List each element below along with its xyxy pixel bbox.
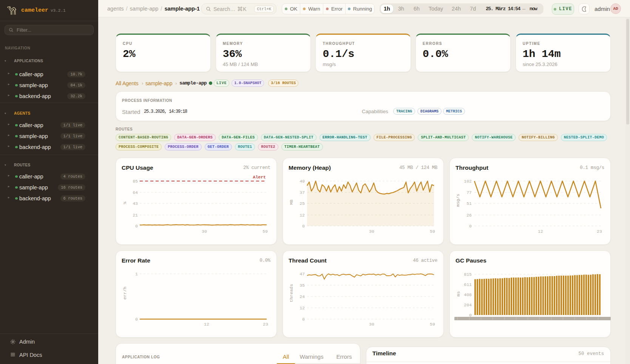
svg-text:35: 35 [300,283,305,288]
svg-text:77: 77 [466,190,472,195]
svg-text:12: 12 [538,229,543,234]
svg-text:12: 12 [300,306,305,310]
svg-text:24: 24 [300,294,305,299]
svg-text:815: 815 [464,272,472,277]
svg-text:msg/s: msg/s [456,194,460,207]
svg-text:85: 85 [133,179,138,184]
svg-text:37: 37 [300,190,305,195]
svg-text:59: 59 [430,322,435,327]
svg-text:threads: threads [289,284,294,302]
svg-text:204: 204 [464,303,472,307]
svg-text:59: 59 [262,229,268,234]
svg-text:12: 12 [300,213,305,218]
svg-text:21: 21 [133,213,138,218]
svg-text:1: 1 [135,272,138,276]
svg-text:0: 0 [302,317,305,322]
svg-text:0: 0 [135,224,138,229]
svg-text:25: 25 [300,201,305,206]
svg-text:ms: ms [456,291,461,296]
svg-text:408: 408 [464,292,472,297]
svg-text:43: 43 [133,201,138,206]
svg-text:51: 51 [466,201,472,206]
svg-text:30: 30 [369,322,374,327]
svg-text:0: 0 [135,317,138,322]
svg-text:30: 30 [369,229,374,234]
svg-text:Alert: Alert [253,175,266,180]
svg-text:26: 26 [466,213,472,218]
svg-text:102: 102 [464,179,472,184]
svg-text:12: 12 [204,322,209,327]
svg-text:64: 64 [133,190,138,195]
svg-text:MB: MB [289,200,294,205]
svg-text:err/h: err/h [122,287,127,300]
svg-text:611: 611 [464,282,472,287]
svg-text:30: 30 [202,229,207,234]
svg-text:23: 23 [263,322,268,327]
svg-text:%: % [122,201,127,204]
svg-text:0: 0 [302,224,305,229]
svg-text:0: 0 [469,224,472,229]
svg-text:49: 49 [300,179,305,184]
svg-text:23: 23 [597,229,602,234]
svg-text:47: 47 [300,272,305,276]
svg-text:59: 59 [430,229,435,234]
